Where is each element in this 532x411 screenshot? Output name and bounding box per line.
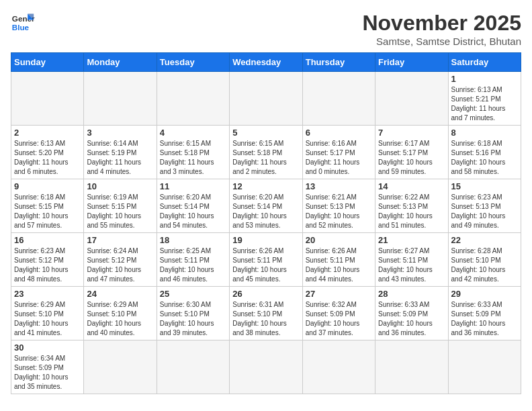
- day-header-thursday: Thursday: [302, 53, 375, 72]
- day-info: Sunrise: 6:18 AM Sunset: 5:16 PM Dayligh…: [451, 139, 518, 177]
- title-area: November 2025 Samtse, Samtse District, B…: [362, 11, 521, 47]
- day-number: 3: [87, 128, 153, 138]
- day-number: 26: [232, 289, 299, 299]
- calendar-day-cell: [230, 72, 302, 126]
- calendar-day-cell: 20Sunrise: 6:26 AM Sunset: 5:11 PM Dayli…: [302, 233, 375, 287]
- day-header-sunday: Sunday: [11, 53, 84, 72]
- day-header-monday: Monday: [84, 53, 157, 72]
- calendar-week-row: 16Sunrise: 6:23 AM Sunset: 5:12 PM Dayli…: [11, 233, 521, 287]
- day-number: 18: [160, 235, 226, 245]
- calendar-day-cell: 27Sunrise: 6:32 AM Sunset: 5:09 PM Dayli…: [302, 287, 375, 340]
- day-number: 22: [451, 235, 518, 245]
- calendar-day-cell: 10Sunrise: 6:19 AM Sunset: 5:15 PM Dayli…: [84, 179, 157, 233]
- calendar-day-cell: [84, 72, 157, 126]
- day-info: Sunrise: 6:13 AM Sunset: 5:21 PM Dayligh…: [451, 85, 518, 123]
- day-number: 8: [451, 128, 518, 138]
- calendar-day-cell: 25Sunrise: 6:30 AM Sunset: 5:10 PM Dayli…: [157, 287, 229, 340]
- calendar-day-cell: 9Sunrise: 6:18 AM Sunset: 5:15 PM Daylig…: [11, 179, 84, 233]
- day-info: Sunrise: 6:18 AM Sunset: 5:15 PM Dayligh…: [14, 193, 81, 230]
- calendar-day-cell: 28Sunrise: 6:33 AM Sunset: 5:09 PM Dayli…: [375, 287, 448, 340]
- calendar-day-cell: [230, 340, 302, 394]
- day-info: Sunrise: 6:30 AM Sunset: 5:10 PM Dayligh…: [160, 300, 226, 338]
- day-number: 1: [451, 74, 518, 84]
- calendar-day-cell: 14Sunrise: 6:22 AM Sunset: 5:13 PM Dayli…: [375, 179, 448, 233]
- day-info: Sunrise: 6:25 AM Sunset: 5:11 PM Dayligh…: [160, 246, 226, 284]
- calendar-day-cell: 2Sunrise: 6:13 AM Sunset: 5:20 PM Daylig…: [11, 126, 84, 179]
- calendar-week-row: 23Sunrise: 6:29 AM Sunset: 5:10 PM Dayli…: [11, 287, 521, 340]
- day-info: Sunrise: 6:34 AM Sunset: 5:09 PM Dayligh…: [14, 354, 81, 392]
- day-number: 25: [160, 289, 226, 299]
- day-info: Sunrise: 6:19 AM Sunset: 5:15 PM Dayligh…: [87, 193, 153, 230]
- calendar-day-cell: 22Sunrise: 6:28 AM Sunset: 5:10 PM Dayli…: [448, 233, 521, 287]
- day-info: Sunrise: 6:27 AM Sunset: 5:11 PM Dayligh…: [378, 246, 445, 284]
- calendar-day-cell: [302, 340, 375, 394]
- day-number: 20: [306, 235, 372, 245]
- calendar-day-cell: [375, 340, 448, 394]
- day-number: 10: [87, 181, 153, 191]
- calendar-header-row: SundayMondayTuesdayWednesdayThursdayFrid…: [11, 53, 521, 72]
- day-number: 24: [87, 289, 153, 299]
- calendar-day-cell: 1Sunrise: 6:13 AM Sunset: 5:21 PM Daylig…: [448, 72, 521, 126]
- day-number: 7: [378, 128, 445, 138]
- day-number: 29: [451, 289, 518, 299]
- day-info: Sunrise: 6:26 AM Sunset: 5:11 PM Dayligh…: [306, 246, 372, 284]
- calendar-day-cell: 7Sunrise: 6:17 AM Sunset: 5:17 PM Daylig…: [375, 126, 448, 179]
- calendar-week-row: 9Sunrise: 6:18 AM Sunset: 5:15 PM Daylig…: [11, 179, 521, 233]
- day-info: Sunrise: 6:15 AM Sunset: 5:18 PM Dayligh…: [160, 139, 226, 177]
- day-number: 14: [378, 181, 445, 191]
- calendar-day-cell: [157, 72, 229, 126]
- day-number: 16: [14, 235, 81, 245]
- calendar-week-row: 1Sunrise: 6:13 AM Sunset: 5:21 PM Daylig…: [11, 72, 521, 126]
- day-info: Sunrise: 6:29 AM Sunset: 5:10 PM Dayligh…: [14, 300, 81, 338]
- day-header-tuesday: Tuesday: [157, 53, 229, 72]
- day-info: Sunrise: 6:16 AM Sunset: 5:17 PM Dayligh…: [306, 139, 372, 177]
- calendar-day-cell: [84, 340, 157, 394]
- day-number: 21: [378, 235, 445, 245]
- day-info: Sunrise: 6:24 AM Sunset: 5:12 PM Dayligh…: [87, 246, 153, 284]
- day-info: Sunrise: 6:22 AM Sunset: 5:13 PM Dayligh…: [378, 193, 445, 230]
- calendar-day-cell: 15Sunrise: 6:23 AM Sunset: 5:13 PM Dayli…: [448, 179, 521, 233]
- calendar-day-cell: 17Sunrise: 6:24 AM Sunset: 5:12 PM Dayli…: [84, 233, 157, 287]
- calendar-day-cell: 12Sunrise: 6:20 AM Sunset: 5:14 PM Dayli…: [230, 179, 302, 233]
- calendar-day-cell: 30Sunrise: 6:34 AM Sunset: 5:09 PM Dayli…: [11, 340, 84, 394]
- day-info: Sunrise: 6:26 AM Sunset: 5:11 PM Dayligh…: [232, 246, 299, 284]
- day-info: Sunrise: 6:15 AM Sunset: 5:18 PM Dayligh…: [232, 139, 299, 177]
- day-info: Sunrise: 6:31 AM Sunset: 5:10 PM Dayligh…: [232, 300, 299, 338]
- calendar-table: SundayMondayTuesdayWednesdayThursdayFrid…: [11, 52, 521, 394]
- day-info: Sunrise: 6:17 AM Sunset: 5:17 PM Dayligh…: [378, 139, 445, 177]
- day-number: 2: [14, 128, 81, 138]
- calendar-day-cell: 26Sunrise: 6:31 AM Sunset: 5:10 PM Dayli…: [230, 287, 302, 340]
- calendar-day-cell: 29Sunrise: 6:33 AM Sunset: 5:09 PM Dayli…: [448, 287, 521, 340]
- day-number: 27: [306, 289, 372, 299]
- day-info: Sunrise: 6:14 AM Sunset: 5:19 PM Dayligh…: [87, 139, 153, 177]
- month-title: November 2025: [362, 11, 521, 36]
- calendar-day-cell: [448, 340, 521, 394]
- day-info: Sunrise: 6:33 AM Sunset: 5:09 PM Dayligh…: [378, 300, 445, 338]
- day-number: 11: [160, 181, 226, 191]
- day-number: 19: [232, 235, 299, 245]
- calendar-day-cell: [375, 72, 448, 126]
- day-info: Sunrise: 6:32 AM Sunset: 5:09 PM Dayligh…: [306, 300, 372, 338]
- calendar-day-cell: 11Sunrise: 6:20 AM Sunset: 5:14 PM Dayli…: [157, 179, 229, 233]
- logo-icon: General Blue: [11, 11, 35, 35]
- calendar-day-cell: 16Sunrise: 6:23 AM Sunset: 5:12 PM Dayli…: [11, 233, 84, 287]
- calendar-day-cell: 19Sunrise: 6:26 AM Sunset: 5:11 PM Dayli…: [230, 233, 302, 287]
- day-number: 4: [160, 128, 226, 138]
- day-number: 6: [306, 128, 372, 138]
- calendar-week-row: 2Sunrise: 6:13 AM Sunset: 5:20 PM Daylig…: [11, 126, 521, 179]
- day-info: Sunrise: 6:20 AM Sunset: 5:14 PM Dayligh…: [160, 193, 226, 230]
- location-subtitle: Samtse, Samtse District, Bhutan: [362, 36, 521, 47]
- day-number: 17: [87, 235, 153, 245]
- logo: General Blue: [11, 11, 35, 35]
- day-number: 12: [232, 181, 299, 191]
- day-info: Sunrise: 6:29 AM Sunset: 5:10 PM Dayligh…: [87, 300, 153, 338]
- calendar-day-cell: [157, 340, 229, 394]
- day-number: 15: [451, 181, 518, 191]
- svg-text:Blue: Blue: [12, 23, 30, 32]
- calendar-day-cell: [11, 72, 84, 126]
- day-info: Sunrise: 6:23 AM Sunset: 5:12 PM Dayligh…: [14, 246, 81, 284]
- calendar-day-cell: 6Sunrise: 6:16 AM Sunset: 5:17 PM Daylig…: [302, 126, 375, 179]
- calendar-day-cell: 21Sunrise: 6:27 AM Sunset: 5:11 PM Dayli…: [375, 233, 448, 287]
- day-info: Sunrise: 6:13 AM Sunset: 5:20 PM Dayligh…: [14, 139, 81, 177]
- day-number: 28: [378, 289, 445, 299]
